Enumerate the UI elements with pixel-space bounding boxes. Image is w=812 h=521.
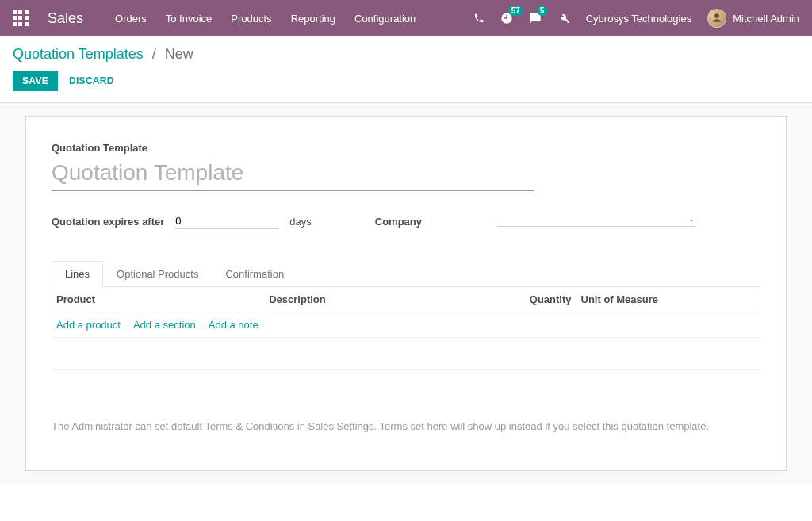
add-product-link[interactable]: Add a product [56, 319, 121, 331]
lines-table: Product Description Quantity Unit of Mea… [52, 287, 760, 401]
breadcrumb-current: New [165, 46, 193, 62]
breadcrumb: Quotation Templates / New [13, 46, 799, 63]
apps-icon[interactable] [13, 10, 29, 26]
col-uom: Unit of Measure [576, 287, 760, 312]
tools-icon[interactable] [557, 12, 570, 25]
form-sheet: Quotation Template Quotation expires aft… [25, 116, 787, 471]
save-button[interactable]: SAVE [13, 71, 58, 91]
col-description: Description [264, 287, 491, 312]
breadcrumb-parent[interactable]: Quotation Templates [13, 46, 144, 62]
chat-icon[interactable]: 5 [529, 12, 542, 25]
chevron-down-icon [688, 216, 695, 224]
company-switcher[interactable]: Cybrosys Technologies [586, 13, 691, 25]
timer-badge: 57 [508, 6, 523, 16]
tab-lines[interactable]: Lines [52, 261, 103, 287]
expires-label: Quotation expires after [52, 216, 164, 228]
user-name: Mitchell Admin [733, 13, 799, 25]
company-label: Company [375, 216, 486, 228]
terms-textarea[interactable] [52, 420, 760, 452]
avatar [707, 9, 726, 28]
tab-confirmation[interactable]: Confirmation [212, 261, 297, 287]
expires-input[interactable] [175, 213, 278, 229]
breadcrumb-sep: / [152, 46, 156, 62]
nav-products[interactable]: Products [231, 13, 271, 25]
title-label: Quotation Template [52, 142, 760, 154]
chat-badge: 5 [537, 6, 548, 16]
discard-button[interactable]: DISCARD [69, 75, 114, 86]
app-brand[interactable]: Sales [48, 10, 83, 27]
user-menu[interactable]: Mitchell Admin [707, 9, 799, 28]
template-name-input[interactable] [52, 157, 534, 191]
phone-icon[interactable] [473, 13, 485, 24]
timer-icon[interactable]: 57 [500, 12, 513, 25]
nav-configuration[interactable]: Configuration [354, 13, 416, 25]
nav-to-invoice[interactable]: To Invoice [166, 13, 213, 25]
expires-unit: days [289, 216, 311, 228]
col-product: Product [52, 287, 264, 312]
company-select[interactable] [497, 216, 695, 227]
nav-reporting[interactable]: Reporting [291, 13, 335, 25]
add-section-link[interactable]: Add a section [133, 319, 196, 331]
add-note-link[interactable]: Add a note [209, 319, 259, 331]
tab-optional-products[interactable]: Optional Products [103, 261, 212, 287]
nav-orders[interactable]: Orders [115, 13, 147, 25]
col-quantity: Quantity [491, 287, 576, 312]
